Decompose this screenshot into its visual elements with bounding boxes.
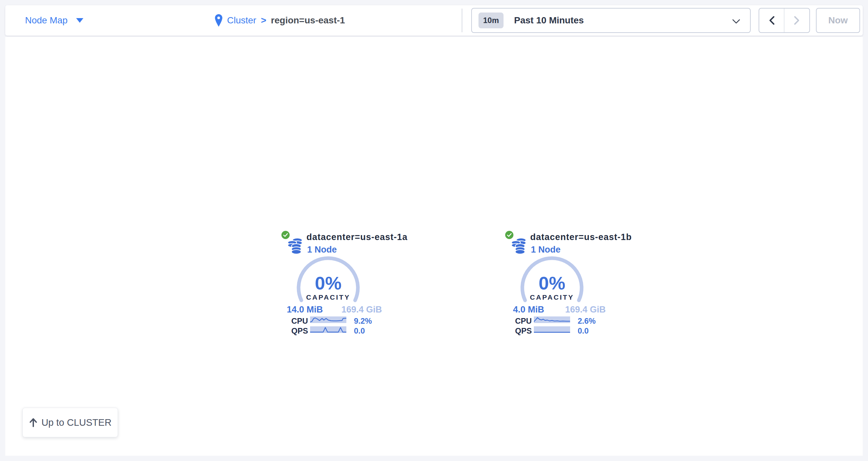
capacity-used: 4.0 MiB bbox=[510, 305, 547, 315]
arrow-up-icon bbox=[29, 418, 37, 427]
time-step-controls bbox=[758, 8, 810, 33]
capacity-caption: CAPACITY bbox=[295, 293, 361, 301]
database-stack-icon bbox=[511, 238, 526, 254]
cpu-sparkline bbox=[310, 317, 346, 323]
node-map-canvas: datacenter=us-east-1a 1 Node 0% CAPACITY… bbox=[5, 37, 863, 456]
datacenter-title: datacenter=us-east-1b bbox=[530, 232, 632, 242]
time-back-button[interactable] bbox=[759, 8, 784, 32]
breadcrumb-separator: > bbox=[261, 15, 266, 26]
header-divider bbox=[462, 8, 462, 32]
qps-label: QPS bbox=[291, 326, 308, 335]
capacity-percent: 0% bbox=[295, 272, 361, 294]
time-window-badge: 10m bbox=[478, 12, 503, 28]
qps-value: 0.0 bbox=[578, 326, 589, 335]
breadcrumb-cluster-link[interactable]: Cluster bbox=[227, 15, 256, 26]
chevron-down-icon bbox=[732, 19, 740, 24]
node-count: 1 Node bbox=[531, 245, 561, 255]
cpu-label: CPU bbox=[515, 317, 532, 326]
breadcrumb-current: region=us-east-1 bbox=[271, 15, 345, 26]
chevron-left-icon bbox=[769, 16, 775, 25]
location-pin-icon bbox=[215, 14, 222, 27]
now-button[interactable]: Now bbox=[816, 8, 860, 33]
chevron-right-icon bbox=[794, 16, 800, 25]
node-count: 1 Node bbox=[307, 245, 337, 255]
top-bar: Node Map Cluster > region=us-east-1 10m … bbox=[5, 5, 863, 36]
caret-down-icon bbox=[76, 18, 83, 23]
view-mode-label: Node Map bbox=[25, 15, 67, 26]
time-forward-button[interactable] bbox=[784, 8, 809, 32]
up-to-cluster-button[interactable]: Up to CLUSTER bbox=[23, 408, 118, 437]
cpu-value: 2.6% bbox=[578, 317, 596, 326]
capacity-percent: 0% bbox=[519, 272, 585, 294]
capacity-total: 169.4 GiB bbox=[341, 305, 378, 315]
cpu-value: 9.2% bbox=[354, 317, 372, 326]
database-stack-icon bbox=[287, 238, 303, 254]
capacity-caption: CAPACITY bbox=[519, 293, 585, 301]
qps-sparkline bbox=[534, 326, 570, 333]
capacity-total: 169.4 GiB bbox=[565, 305, 601, 315]
view-mode-dropdown[interactable]: Node Map bbox=[25, 5, 83, 36]
qps-value: 0.0 bbox=[354, 326, 365, 335]
datacenter-card-us-east-1b[interactable]: datacenter=us-east-1b 1 Node 0% CAPACITY… bbox=[504, 230, 617, 338]
time-window-label: Past 10 Minutes bbox=[514, 15, 584, 26]
cpu-sparkline bbox=[534, 317, 570, 323]
capacity-used: 14.0 MiB bbox=[287, 305, 323, 315]
qps-label: QPS bbox=[515, 326, 532, 335]
cpu-label: CPU bbox=[291, 317, 308, 326]
breadcrumb: Cluster > region=us-east-1 bbox=[215, 5, 345, 36]
time-window-dropdown[interactable]: 10m Past 10 Minutes bbox=[471, 8, 751, 33]
qps-sparkline bbox=[310, 326, 346, 333]
datacenter-title: datacenter=us-east-1a bbox=[307, 232, 408, 242]
datacenter-card-us-east-1a[interactable]: datacenter=us-east-1a 1 Node 0% CAPACITY… bbox=[281, 230, 393, 338]
up-to-cluster-label: Up to CLUSTER bbox=[41, 417, 112, 428]
